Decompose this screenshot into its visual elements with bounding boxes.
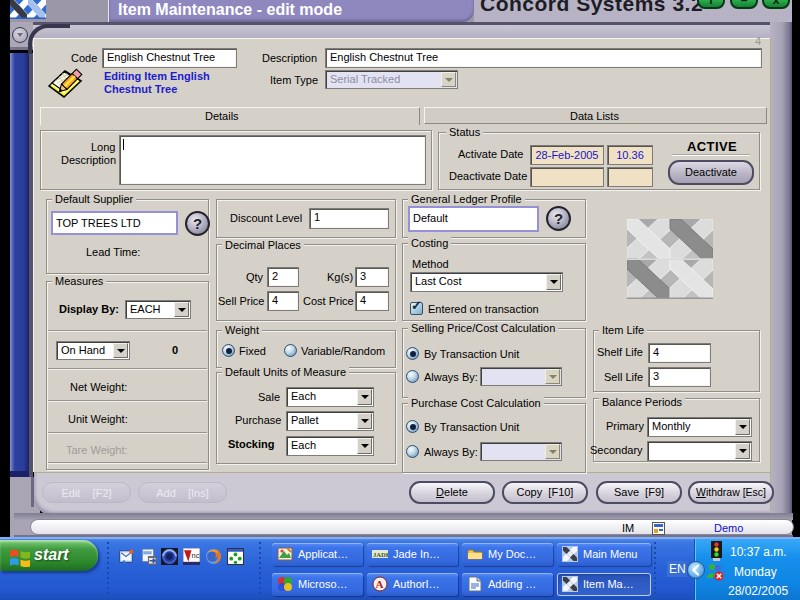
svg-text:nc: nc xyxy=(192,551,200,560)
svg-text:JADE: JADE xyxy=(373,551,388,558)
svg-text:A: A xyxy=(376,578,384,590)
